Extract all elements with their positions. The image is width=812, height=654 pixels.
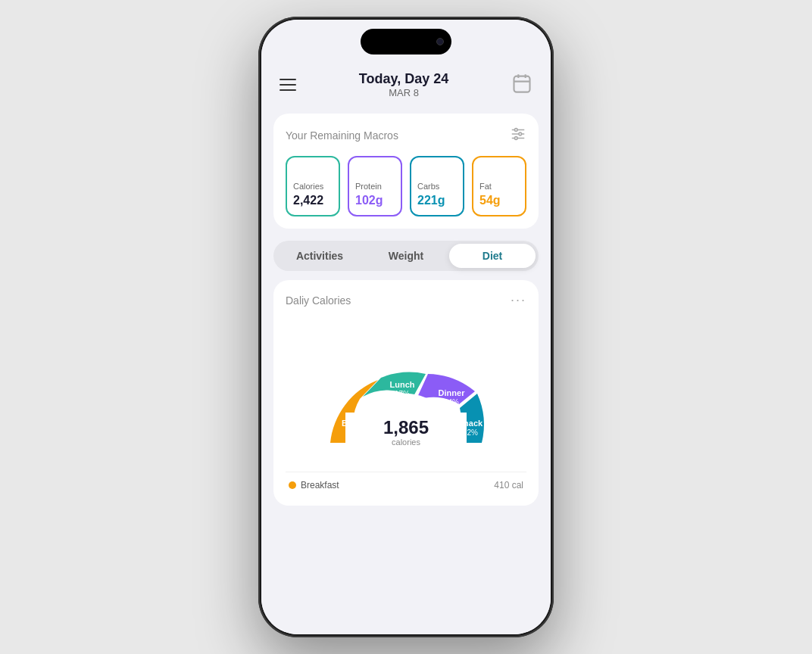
macro-protein: Protein 102g bbox=[348, 156, 402, 216]
macro-calories-value: 2,422 bbox=[293, 194, 333, 207]
svg-point-5 bbox=[519, 132, 522, 135]
pie-chart: Breakfast 27% Lunch 17% Dinner 24% Snack… bbox=[300, 314, 512, 466]
page-subtitle: MAR 8 bbox=[359, 87, 448, 98]
dynamic-island bbox=[361, 29, 451, 54]
calendar-button[interactable] bbox=[511, 73, 532, 97]
phone-frame: Today, Day 24 MAR 8 Your Remaining Macro… bbox=[258, 17, 554, 637]
macro-protein-value: 102g bbox=[355, 194, 395, 207]
legend-breakfast: Breakfast bbox=[289, 480, 339, 490]
screen-content: Today, Day 24 MAR 8 Your Remaining Macro… bbox=[261, 20, 551, 634]
daily-calories-card: Daliy Calories ··· bbox=[273, 280, 539, 506]
settings-icon[interactable] bbox=[510, 126, 526, 145]
macro-calories-label: Calories bbox=[293, 182, 333, 191]
header-center: Today, Day 24 MAR 8 bbox=[359, 71, 448, 98]
pie-chart-container: Breakfast 27% Lunch 17% Dinner 24% Snack… bbox=[286, 314, 526, 466]
breakfast-label: Breakfast bbox=[342, 419, 379, 428]
calories-card-header: Daliy Calories ··· bbox=[286, 292, 526, 308]
tab-activities[interactable]: Activities bbox=[276, 244, 363, 268]
breakfast-percent: 27% bbox=[353, 428, 368, 437]
dinner-percent: 24% bbox=[444, 398, 459, 406]
header: Today, Day 24 MAR 8 bbox=[261, 65, 551, 107]
macros-card: Your Remaining Macros bbox=[273, 114, 539, 229]
camera-dot bbox=[436, 38, 444, 45]
macro-fat-label: Fat bbox=[479, 182, 519, 191]
macros-title: Your Remaining Macros bbox=[286, 129, 398, 142]
lunch-label: Lunch bbox=[390, 380, 415, 389]
macro-calories: Calories 2,422 bbox=[286, 156, 340, 216]
chart-legend: Breakfast 410 cal bbox=[286, 472, 526, 494]
macros-grid: Calories 2,422 Protein 102g Carbs 221g F… bbox=[286, 156, 526, 216]
page-title: Today, Day 24 bbox=[359, 71, 448, 87]
lunch-percent: 17% bbox=[395, 390, 410, 398]
macro-fat: Fat 54g bbox=[472, 156, 526, 216]
svg-point-6 bbox=[514, 137, 517, 140]
total-calories-number: 1,865 bbox=[383, 417, 429, 438]
tabs-container: Activities Weight Diet bbox=[273, 241, 539, 271]
legend-breakfast-dot bbox=[289, 481, 296, 489]
dinner-label: Dinner bbox=[439, 388, 466, 397]
phone-inner: Today, Day 24 MAR 8 Your Remaining Macro… bbox=[261, 20, 551, 634]
legend-breakfast-label: Breakfast bbox=[301, 480, 339, 490]
tab-diet[interactable]: Diet bbox=[449, 244, 536, 268]
macro-carbs: Carbs 221g bbox=[410, 156, 464, 216]
snack-label: Snack bbox=[458, 419, 483, 428]
menu-button[interactable] bbox=[280, 79, 296, 91]
macro-protein-label: Protein bbox=[355, 182, 395, 191]
calories-card-title: Daliy Calories bbox=[286, 294, 351, 307]
tab-weight[interactable]: Weight bbox=[363, 244, 449, 268]
macro-carbs-label: Carbs bbox=[417, 182, 457, 191]
svg-point-4 bbox=[514, 129, 517, 132]
svg-rect-0 bbox=[514, 76, 529, 92]
macro-fat-value: 54g bbox=[479, 194, 519, 207]
legend-breakfast-cal: 410 cal bbox=[494, 480, 523, 490]
total-calories-label: calories bbox=[392, 438, 420, 447]
snack-percent: 22% bbox=[463, 428, 478, 437]
more-options-button[interactable]: ··· bbox=[511, 292, 526, 308]
macros-header: Your Remaining Macros bbox=[286, 126, 526, 145]
macro-carbs-value: 221g bbox=[417, 194, 457, 207]
